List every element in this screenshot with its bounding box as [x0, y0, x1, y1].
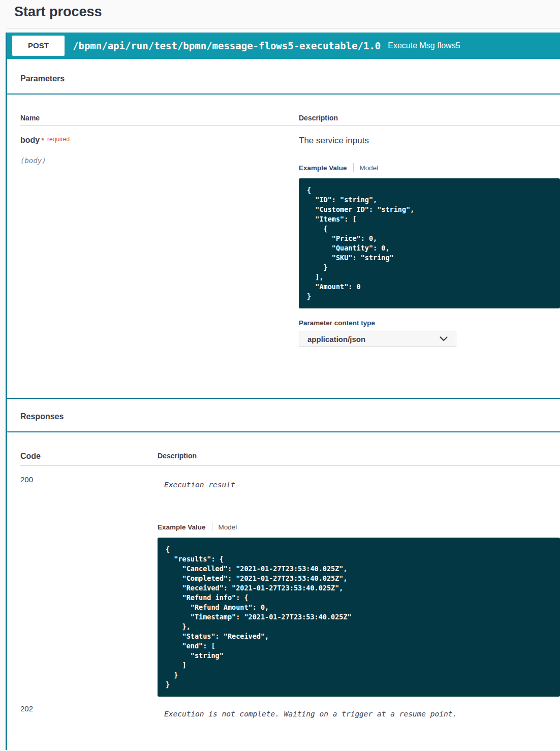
page-title: Start process — [0, 0, 560, 26]
response-example-json-code: { "results": { "Cancelled": "2021-01-27T… — [158, 538, 560, 697]
opblock-post: POST /bpmn/api/run/test/bpmn/message-flo… — [6, 33, 560, 750]
parameter-name: body — [20, 136, 40, 144]
parameters-section-header: Parameters — [7, 59, 560, 95]
parameter-description-cell: The service inputs Example Value Model {… — [299, 136, 560, 347]
response-description: Execution is not complete. Waiting on a … — [158, 710, 560, 718]
parameter-description: The service inputs — [299, 136, 560, 146]
required-label: required — [47, 136, 70, 143]
parameter-type: (body) — [20, 157, 299, 165]
example-model-tabs: Example Value Model — [158, 522, 560, 531]
name-column-header: Name — [20, 114, 299, 122]
tab-example-value[interactable]: Example Value — [299, 164, 347, 172]
response-description-cell: Execution result Example Value Model { "… — [158, 475, 560, 697]
title-divider — [7, 28, 560, 28]
tab-divider — [212, 522, 212, 531]
parameter-row-body: body*required (body) The service inputs … — [20, 136, 560, 347]
endpoint-summary-bar[interactable]: POST /bpmn/api/run/test/bpmn/message-flo… — [7, 33, 560, 59]
parameter-content-type-label: Parameter content type — [299, 319, 560, 327]
description-column-header: Description — [299, 114, 560, 122]
tab-model[interactable]: Model — [219, 523, 237, 531]
endpoint-summary-text: Execute Msg flows5 — [388, 41, 460, 50]
parameters-table-header: Name Description — [20, 114, 560, 126]
response-description-column-header: Description — [158, 452, 560, 461]
responses-table-header: Code Description — [20, 452, 560, 466]
tab-model[interactable]: Model — [360, 164, 379, 172]
responses-table: Code Description 200 Execution result Ex… — [7, 452, 560, 733]
parameters-table: Name Description body*required (body) Th… — [7, 114, 560, 398]
code-column-header: Code — [20, 452, 158, 461]
request-example-json-code: { "ID": "string", "Customer ID": "string… — [299, 178, 560, 308]
chevron-down-icon — [440, 336, 448, 341]
response-description: Execution result — [158, 481, 560, 489]
response-description-cell: Execution is not complete. Waiting on a … — [158, 704, 560, 718]
tab-divider — [353, 163, 354, 172]
response-row-202: 202 Execution is not complete. Waiting o… — [20, 704, 560, 718]
content-type-select[interactable]: application/json — [299, 331, 456, 347]
responses-section-header: Responses — [7, 398, 560, 432]
required-asterisk: * — [41, 136, 44, 144]
tab-example-value[interactable]: Example Value — [158, 523, 206, 531]
response-code: 200 — [20, 475, 158, 697]
response-code: 202 — [20, 704, 158, 718]
response-row-200: 200 Execution result Example Value Model… — [20, 475, 560, 697]
http-method-badge: POST — [12, 36, 65, 56]
content-type-selected-value: application/json — [307, 335, 365, 343]
example-model-tabs: Example Value Model — [299, 163, 560, 172]
endpoint-path[interactable]: /bpmn/api/run/test/bpmn/message-flows5-e… — [73, 40, 381, 51]
parameter-name-cell: body*required (body) — [20, 136, 299, 347]
